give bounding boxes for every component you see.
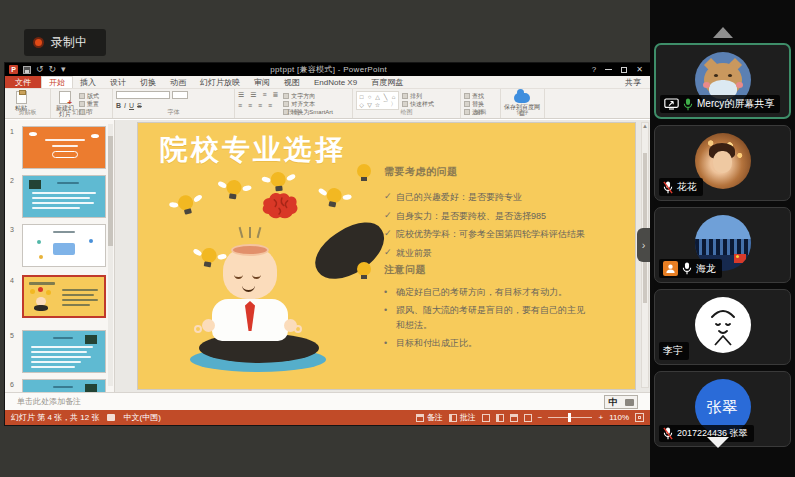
slide-thumbnail-4[interactable] (22, 275, 106, 318)
bullet-icon: • (384, 303, 396, 334)
status-left: 幻灯片 第 4 张，共 12 张 中文(中国) (11, 412, 161, 423)
ime-language-bar[interactable]: 中 (604, 395, 638, 409)
avatar-wrap (695, 297, 751, 353)
slide-sorter-icon[interactable] (496, 414, 504, 422)
comments-toggle[interactable]: 批注 (449, 412, 476, 423)
section-heading: 注意问题 (384, 263, 426, 277)
brain-icon (261, 191, 299, 221)
new-slide-icon (59, 91, 71, 104)
share-button[interactable]: 共享 (616, 76, 650, 88)
minimize-button[interactable] (605, 69, 612, 70)
zoom-out-button[interactable]: − (538, 413, 543, 422)
slide-thumbnail-1[interactable] (22, 126, 106, 169)
slide-thumbnail-5[interactable] (22, 330, 106, 373)
shared-desktop-area: 录制中 P ↺ ↻ ▾ pptppt [兼容模式] - PowerPoint ?… (0, 0, 650, 477)
tab-动画[interactable]: 动画 (163, 76, 193, 88)
group-label-font: 字体 (113, 108, 234, 117)
group-label-slides: 幻灯片 (51, 108, 112, 117)
participant-name: Mercy的屏幕共享 (697, 97, 774, 111)
powerpoint-window: P ↺ ↻ ▾ pptppt [兼容模式] - PowerPoint ? ✕ 文… (5, 63, 650, 425)
slide-option-button[interactable]: 版式 (79, 93, 99, 99)
check-list-item: ✓自己的兴趣爱好：是否要跨专业 (384, 191, 585, 210)
notes-toggle[interactable]: 备注 (416, 412, 443, 423)
thumbnail-number: 1 (10, 128, 14, 135)
scroll-up-arrow-icon[interactable] (713, 27, 733, 38)
paragraph-option-button[interactable]: 文字方向 (283, 93, 333, 99)
edit-option-button[interactable]: 替换 (464, 101, 484, 107)
normal-view-icon[interactable] (482, 414, 490, 422)
participant-tile[interactable]: 海龙 (654, 207, 791, 283)
participant-name: 海龙 (696, 262, 716, 276)
group-label-drawing: 绘图 (353, 108, 460, 117)
drawing-option-button[interactable]: 快速样式 (402, 101, 434, 107)
ribbon-group-font: BIUS 字体 (113, 89, 235, 118)
slide-title: 院校专业选择 (160, 131, 346, 169)
ribbon-group-paragraph: ☰ ☰ ≡ ≣ ≡ ≡ ≡ ≡ 文字方向对齐文本转换为SmartArt 段落 (235, 89, 353, 118)
slide-option-button[interactable]: 重置 (79, 101, 99, 107)
tab-开始[interactable]: 开始 (41, 76, 73, 88)
zoom-slider[interactable] (548, 417, 592, 418)
tab-插入[interactable]: 插入 (73, 76, 103, 88)
close-button[interactable]: ✕ (636, 66, 643, 74)
fit-slide-icon[interactable] (635, 413, 644, 422)
participant-tile[interactable]: 张翠2017224436 张翠 (654, 371, 791, 447)
slide-thumbnail-2[interactable] (22, 175, 106, 218)
flying-bulb-icon (174, 193, 201, 220)
language-indicator[interactable]: 中文(中国) (123, 412, 160, 423)
window-controls: ? ✕ (592, 66, 650, 74)
thumbnail-number: 4 (10, 277, 14, 284)
slide-thumbnail-6[interactable] (22, 379, 106, 392)
tab-file[interactable]: 文件 (5, 76, 41, 88)
save-icon[interactable] (23, 66, 31, 74)
slide-editor[interactable]: 院校专业选择 (138, 123, 635, 389)
undo-icon[interactable]: ↺ (36, 65, 44, 74)
participant-tile[interactable]: 李宇 (654, 289, 791, 365)
flying-bulb-icon (321, 186, 347, 212)
font-name-box[interactable] (116, 91, 170, 99)
zoom-level[interactable]: 110% (609, 413, 629, 422)
tab-视图[interactable]: 视图 (277, 76, 307, 88)
bullet-list-icons[interactable]: ☰ ☰ ≡ ≣ (238, 91, 280, 99)
status-right: 备注 批注 − + 110% (416, 412, 644, 423)
notes-pane[interactable]: 单击此处添加备注 中 (5, 392, 650, 410)
zoom-in-button[interactable]: + (598, 413, 603, 422)
participant-tile[interactable]: Mercy的屏幕共享 (654, 43, 791, 119)
tab-EndNote X9[interactable]: EndNote X9 (307, 76, 364, 88)
group-label-editing: 编辑 (461, 108, 500, 117)
flying-bulb-icon (222, 179, 247, 204)
tab-百度网盘[interactable]: 百度网盘 (364, 76, 410, 88)
window-titlebar: P ↺ ↻ ▾ pptppt [兼容模式] - PowerPoint ? ✕ (5, 63, 650, 76)
redo-icon[interactable]: ↻ (49, 65, 57, 74)
tab-切换[interactable]: 切换 (133, 76, 163, 88)
slide-canvas: 院校专业选择 (116, 120, 650, 392)
paragraph-option-button[interactable]: 对齐文本 (283, 101, 333, 107)
spellcheck-icon[interactable] (107, 414, 115, 421)
sidebar-collapse-handle[interactable]: › (637, 228, 650, 262)
ime-mode-label: 中 (609, 396, 618, 409)
slideshow-icon[interactable] (524, 414, 532, 422)
scroll-down-arrow-icon[interactable] (707, 437, 729, 448)
ribbon-group-drawing: □○△╲⌂ ◇▽☆⌒〉 排列快速样式 绘图 (353, 89, 461, 118)
tab-幻灯片放映[interactable]: 幻灯片放映 (193, 76, 247, 88)
thumbnail-scrollbar[interactable] (108, 124, 113, 386)
reading-view-icon[interactable] (510, 414, 518, 422)
quick-access-toolbar: P ↺ ↻ ▾ (5, 65, 66, 74)
slide-thumbnail-3[interactable] (22, 224, 106, 267)
tab-审阅[interactable]: 审阅 (247, 76, 277, 88)
participant-label: 海龙 (659, 259, 722, 278)
check-list-item: ✓院校优势学科：可参考全国第四轮学科评估结果 (384, 228, 585, 247)
edit-option-button[interactable]: 查找 (464, 93, 484, 99)
font-size-box[interactable] (172, 91, 188, 99)
bullet-icon: • (384, 285, 396, 301)
tab-设计[interactable]: 设计 (103, 76, 133, 88)
bullet-list-item: •跟风、随大流的考研是盲目的，要有自己的主见和想法。 (384, 303, 592, 334)
thumbnail-number: 6 (10, 381, 14, 388)
drawing-buttons: 排列快速样式 (402, 91, 434, 107)
check-icon: ✓ (384, 247, 396, 257)
restore-button[interactable] (621, 67, 627, 73)
help-button[interactable]: ? (592, 66, 596, 74)
participant-badge-icon (663, 261, 678, 276)
drawing-option-button[interactable]: 排列 (402, 93, 434, 99)
participant-tile[interactable]: 花花 (654, 125, 791, 201)
mic-icon (682, 262, 692, 275)
